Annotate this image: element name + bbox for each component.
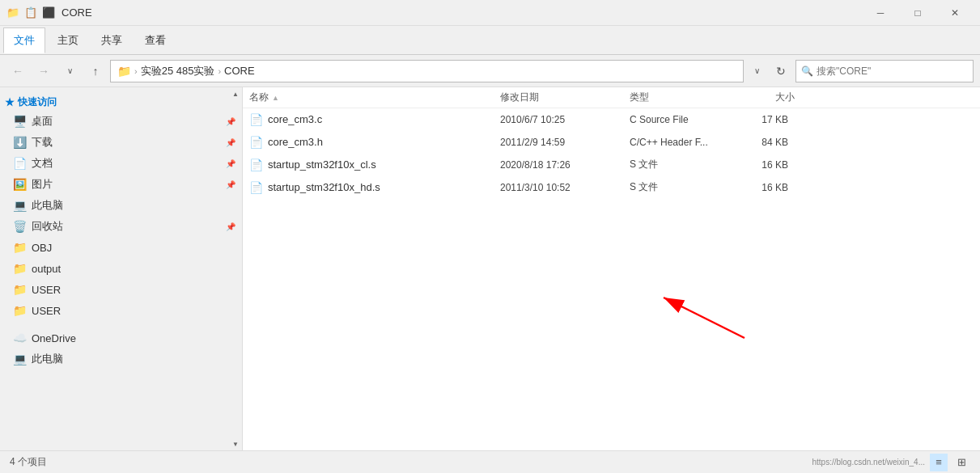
ribbon: 文件 主页 共享 查看 <box>0 26 980 55</box>
search-input[interactable] <box>817 65 968 77</box>
pin-icon-2: 📌 <box>226 138 235 147</box>
sidebar-item-recycle[interactable]: 🗑️ 回收站 📌 <box>0 216 242 237</box>
sidebar-item-desktop[interactable]: 🖥️ 桌面 📌 <box>0 111 242 132</box>
sidebar-item-documents[interactable]: 📄 文档 📌 <box>0 153 242 174</box>
pictures-icon: 🖼️ <box>13 178 27 191</box>
pc-icon: 💻 <box>13 199 27 212</box>
onedrive-icon: ☁️ <box>13 332 27 344</box>
file-area: 名称 ▲ 修改日期 类型 大小 📄 core_cm3.c 2010/6/7 10… <box>243 87 980 450</box>
col-header-name[interactable]: 名称 ▲ <box>243 91 494 104</box>
sidebar-item-user2[interactable]: 📁 USER <box>0 300 242 321</box>
sidebar-item-obj[interactable]: 📁 OBJ <box>0 237 242 258</box>
sidebar-scroll-down[interactable]: ▼ <box>229 437 242 450</box>
file-icon-h: 📄 <box>249 136 263 149</box>
file-area-wrapper: 名称 ▲ 修改日期 类型 大小 📄 core_cm3.c 2010/6/7 10… <box>243 87 980 450</box>
pin-icon-5: 📌 <box>226 222 235 231</box>
sidebar-item-downloads[interactable]: ⬇️ 下载 📌 <box>0 132 242 153</box>
tab-home[interactable]: 主页 <box>47 27 89 53</box>
recycle-icon: 🗑️ <box>13 220 27 233</box>
pin-icon-4: 📌 <box>226 180 235 189</box>
table-row[interactable]: 📄 core_cm3.h 2011/2/9 14:59 C/C++ Header… <box>243 131 980 154</box>
search-icon: 🔍 <box>801 65 813 77</box>
download-icon: ⬇️ <box>13 136 27 149</box>
save-icon: ⬛ <box>42 6 55 19</box>
sidebar-item-this-pc[interactable]: 💻 此电脑 <box>0 195 242 216</box>
url-badge: https://blog.csdn.net/weixin_4... <box>812 458 925 467</box>
table-row[interactable]: 📄 startup_stm32f10x_hd.s 2011/3/10 10:52… <box>243 176 980 199</box>
sidebar-item-pictures[interactable]: 🖼️ 图片 📌 <box>0 174 242 195</box>
view-large-button[interactable]: ⊞ <box>952 454 970 471</box>
file-icon-c: 📄 <box>249 113 263 126</box>
output-folder-icon: 📁 <box>13 262 27 275</box>
table-row[interactable]: 📄 startup_stm32f10x_cl.s 2020/8/18 17:26… <box>243 154 980 176</box>
forward-button[interactable]: → <box>32 60 55 82</box>
file-list: 📄 core_cm3.c 2010/6/7 10:25 C Source Fil… <box>243 108 980 450</box>
path-part-2[interactable]: CORE <box>224 65 255 77</box>
status-bar: 4 个项目 https://blog.csdn.net/weixin_4... … <box>0 450 980 473</box>
path-part-1[interactable]: 实验25 485实验 <box>141 64 215 78</box>
sidebar-scroll-up[interactable]: ▲ <box>229 87 242 100</box>
close-button[interactable]: ✕ <box>936 0 974 26</box>
pin-icon-3: 📌 <box>226 159 235 168</box>
up-button[interactable]: ↑ <box>84 60 107 82</box>
folder-icon: 📁 <box>6 6 19 19</box>
this-pc-icon-2: 💻 <box>13 353 27 365</box>
item-count: 4 个项目 <box>10 455 47 469</box>
documents-icon: 📄 <box>13 157 27 170</box>
status-bar-right: https://blog.csdn.net/weixin_4... ≡ ⊞ <box>812 454 970 471</box>
title-bar-controls: ─ □ ✕ <box>862 0 974 26</box>
address-path[interactable]: 📁 › 实验25 485实验 › CORE <box>110 60 744 82</box>
tab-view[interactable]: 查看 <box>134 27 176 53</box>
col-header-type[interactable]: 类型 <box>623 91 736 104</box>
sidebar-item-onedrive[interactable]: ☁️ OneDrive <box>0 327 242 348</box>
col-header-size[interactable]: 大小 <box>736 91 801 104</box>
title-bar-icons: 📁 📋 ⬛ <box>6 6 55 19</box>
pin-icon: 📌 <box>226 117 235 126</box>
title-bar: 📁 📋 ⬛ CORE ─ □ ✕ <box>0 0 980 26</box>
edit-icon: 📋 <box>24 6 37 19</box>
sidebar-item-output[interactable]: 📁 output <box>0 258 242 279</box>
nav-dropdown-button[interactable]: ∨ <box>58 60 81 82</box>
path-folder-icon: 📁 <box>117 65 131 78</box>
window-title: CORE <box>62 6 92 19</box>
file-header: 名称 ▲ 修改日期 类型 大小 <box>243 87 980 108</box>
back-button[interactable]: ← <box>6 60 29 82</box>
user2-folder-icon: 📁 <box>13 304 27 317</box>
file-icon-s1: 📄 <box>249 158 263 171</box>
desktop-icon: 🖥️ <box>13 115 27 128</box>
table-row[interactable]: 📄 core_cm3.c 2010/6/7 10:25 C Source Fil… <box>243 108 980 131</box>
user1-folder-icon: 📁 <box>13 283 27 296</box>
quick-access-header[interactable]: ★ 快速访问 <box>0 91 242 111</box>
minimize-button[interactable]: ─ <box>862 0 899 26</box>
sidebar-item-this-pc-2[interactable]: 💻 此电脑 <box>0 348 242 370</box>
view-details-button[interactable]: ≡ <box>930 454 948 471</box>
obj-folder-icon: 📁 <box>13 241 27 254</box>
col-header-date[interactable]: 修改日期 <box>494 91 623 104</box>
maximize-button[interactable]: □ <box>899 0 936 26</box>
search-box[interactable]: 🔍 <box>795 60 974 82</box>
refresh-button[interactable]: ↻ <box>770 60 792 82</box>
file-icon-s2: 📄 <box>249 181 263 194</box>
tab-file[interactable]: 文件 <box>3 27 45 53</box>
address-dropdown-button[interactable]: ∨ <box>747 60 766 82</box>
sidebar-item-user1[interactable]: 📁 USER <box>0 279 242 300</box>
address-bar: ← → ∨ ↑ 📁 › 实验25 485实验 › CORE ∨ ↻ 🔍 <box>0 55 980 87</box>
main-area: ▲ ★ 快速访问 🖥️ 桌面 📌 ⬇️ 下载 📌 📄 文档 📌 🖼️ 图片 📌 … <box>0 87 980 450</box>
sidebar: ▲ ★ 快速访问 🖥️ 桌面 📌 ⬇️ 下载 📌 📄 文档 📌 🖼️ 图片 📌 … <box>0 87 243 450</box>
tab-share[interactable]: 共享 <box>91 27 133 53</box>
